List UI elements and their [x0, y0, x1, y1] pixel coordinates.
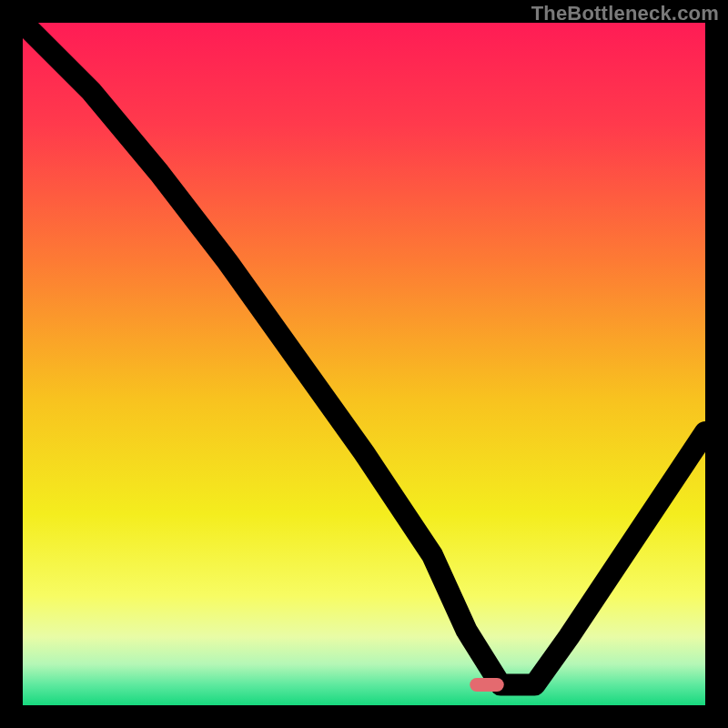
optimal-marker	[470, 678, 504, 692]
bottleneck-curve	[23, 23, 705, 685]
chart-frame: TheBottleneck.com	[0, 0, 728, 728]
curve-layer	[23, 23, 705, 705]
plot-area	[23, 23, 705, 705]
watermark-text: TheBottleneck.com	[531, 2, 719, 25]
